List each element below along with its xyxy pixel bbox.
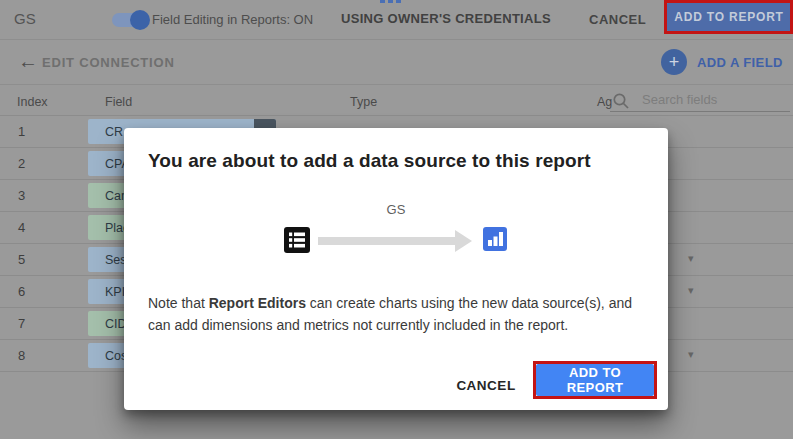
report-chart-icon (483, 227, 507, 255)
column-header-type: Type (350, 95, 377, 109)
dialog-title: You are about to add a data source to th… (148, 150, 591, 172)
top-bar: GS Field Editing in Reports: ON USING OW… (0, 0, 793, 40)
field-editing-toggle[interactable] (112, 13, 146, 27)
row-index: 8 (18, 348, 25, 363)
transfer-arrow-icon (318, 237, 456, 245)
transfer-arrow-head-icon (455, 230, 472, 252)
credentials-label: USING OWNER'S CREDENTIALS (341, 11, 551, 26)
column-header-field: Field (105, 95, 132, 109)
field-chip-label: KPI (105, 285, 125, 299)
app-window: GS Field Editing in Reports: ON USING OW… (0, 0, 793, 439)
row-index: 7 (18, 316, 25, 331)
toggle-knob-icon (130, 10, 150, 30)
add-a-field-button[interactable]: + ADD A FIELD (661, 49, 783, 75)
dialog-cancel-button[interactable]: CANCEL (444, 368, 528, 402)
aggregation-caret-icon[interactable]: ▾ (688, 252, 694, 265)
top-cancel-button[interactable]: CANCEL (583, 11, 652, 28)
source-name-label: GS (376, 202, 416, 217)
row-index: 2 (18, 156, 25, 171)
column-header-index: Index (17, 95, 48, 109)
top-add-to-report-button[interactable]: ADD TO REPORT (667, 2, 791, 32)
search-fields-box (610, 88, 790, 114)
add-a-field-label: ADD A FIELD (697, 55, 783, 70)
dialog-note: Note that Report Editors can create char… (148, 292, 648, 336)
row-index: 6 (18, 284, 25, 299)
field-chip-label: CR (105, 125, 123, 139)
data-source-icon (284, 227, 310, 257)
row-index: 5 (18, 252, 25, 267)
plus-icon: + (661, 49, 687, 75)
aggregation-caret-icon[interactable]: ▾ (688, 284, 694, 297)
page-title: EDIT CONNECTION (42, 55, 175, 70)
add-data-source-dialog: You are about to add a data source to th… (124, 128, 668, 410)
data-source-name: GS (14, 10, 36, 27)
clipped-dots-decoration (380, 0, 404, 3)
search-fields-input[interactable] (610, 88, 790, 112)
row-index: 3 (18, 188, 25, 203)
field-editing-label: Field Editing in Reports: ON (152, 12, 313, 27)
row-index: 4 (18, 220, 25, 235)
dialog-add-to-report-button[interactable]: ADD TO REPORT (536, 364, 654, 396)
row-index: 1 (18, 124, 25, 139)
aggregation-caret-icon[interactable]: ▾ (688, 348, 694, 361)
back-arrow-icon[interactable]: ← (12, 49, 44, 74)
